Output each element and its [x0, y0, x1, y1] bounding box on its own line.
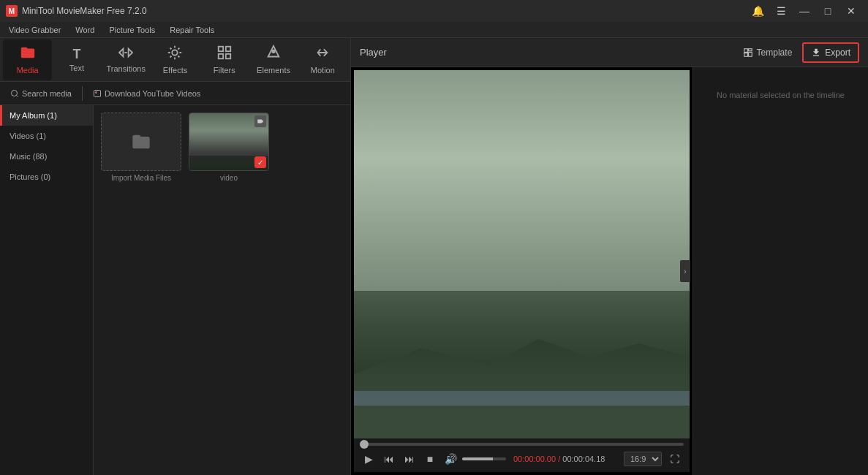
transitions-icon: [118, 46, 134, 63]
tab-transitions-label: Transitions: [107, 64, 146, 73]
close-button[interactable]: ✕: [840, 3, 862, 19]
tab-motion[interactable]: Motion: [298, 39, 347, 80]
player-area: ▶ ⏮ ⏭ ■ 🔊 00:00:00.00 / 00:00:04.18: [351, 67, 868, 475]
stop-button[interactable]: ■: [421, 450, 439, 468]
aspect-ratio-select[interactable]: 16:9 4:3 1:1: [624, 452, 662, 466]
svg-point-8: [12, 90, 18, 96]
sidebar-item-pictures[interactable]: Pictures (0): [0, 167, 93, 187]
filters-icon: [216, 45, 233, 64]
tab-media-label: Media: [17, 66, 39, 75]
svg-point-7: [272, 50, 275, 53]
progress-thumb[interactable]: [360, 440, 369, 449]
menu-item-word[interactable]: Word: [72, 24, 97, 36]
video-preview-area: [354, 70, 690, 438]
titlebar-left: M MiniTool MovieMaker Free 7.2.0: [6, 5, 147, 17]
tab-elements[interactable]: Elements: [249, 39, 298, 80]
import-media-item[interactable]: Import Media Files: [101, 113, 181, 182]
menu-item-picturetools[interactable]: Picture Tools: [106, 24, 158, 36]
app-icon: M: [6, 5, 18, 17]
import-media-label: Import Media Files: [111, 174, 171, 182]
fullscreen-button[interactable]: [666, 450, 684, 468]
import-media-thumb[interactable]: [101, 113, 181, 171]
search-media-label: Search media: [22, 89, 72, 98]
hamburger-icon[interactable]: ☰: [770, 3, 792, 19]
total-time: 00:00:04.18: [562, 455, 605, 463]
template-icon: [743, 48, 753, 58]
export-label: Export: [825, 48, 850, 58]
play-button[interactable]: ▶: [360, 450, 377, 468]
svg-rect-13: [748, 52, 752, 56]
elements-icon: [265, 45, 282, 64]
tab-filters[interactable]: Filters: [200, 39, 249, 80]
left-sidebar: My Album (1) Videos (1) Music (88) Pictu…: [0, 105, 94, 475]
text-icon: T: [72, 47, 80, 62]
video-type-badge: [254, 115, 266, 127]
menu-item-videograbber[interactable]: Video Grabber: [6, 24, 64, 36]
collapse-panel-button[interactable]: ›: [680, 260, 690, 282]
tabs-row: Media T Text Transitions Effects: [0, 38, 350, 82]
tab-effects[interactable]: Effects: [151, 39, 200, 80]
titlebar-title: MiniTool MovieMaker Free 7.2.0: [22, 6, 147, 16]
folder-icon: [131, 132, 151, 152]
minimize-button[interactable]: —: [793, 3, 815, 19]
bell-icon[interactable]: 🔔: [747, 3, 769, 19]
prev-frame-button[interactable]: ⏮: [380, 450, 398, 468]
video-thumb[interactable]: ✓: [189, 113, 269, 171]
tab-transitions[interactable]: Transitions: [102, 39, 151, 80]
toolbar-panel: Media T Text Transitions Effects: [0, 38, 351, 475]
titlebar-controls: 🔔 ☰ — □ ✕: [747, 3, 862, 19]
fullscreen-icon: [670, 454, 680, 464]
media-subheader: Search media Download YouTube Videos: [0, 82, 350, 105]
motion-icon: [314, 45, 331, 64]
svg-rect-14: [744, 53, 747, 56]
tab-text[interactable]: T Text: [52, 39, 101, 80]
current-time: 00:00:00.00: [513, 455, 556, 463]
effects-icon: [167, 45, 183, 64]
volume-button[interactable]: 🔊: [442, 450, 459, 468]
svg-rect-11: [744, 48, 747, 52]
progress-bar[interactable]: [360, 443, 684, 446]
tab-effects-label: Effects: [163, 66, 187, 75]
tab-media[interactable]: Media: [3, 39, 52, 80]
sidebar-item-videos[interactable]: Videos (1): [0, 126, 93, 146]
download-icon: [93, 89, 102, 98]
sidebar-item-music[interactable]: Music (88): [0, 146, 93, 167]
right-panel: Player Template Export: [351, 38, 868, 475]
media-grid: Import Media Files ✓ video: [94, 105, 350, 475]
tab-elements-label: Elements: [257, 66, 290, 75]
player-header: Player Template Export: [351, 38, 868, 67]
search-icon: [10, 89, 19, 98]
search-media-button[interactable]: Search media: [6, 87, 76, 100]
controls-row: ▶ ⏮ ⏭ ■ 🔊 00:00:00.00 / 00:00:04.18: [360, 450, 684, 468]
svg-rect-4: [219, 54, 223, 58]
volume-slider[interactable]: [462, 457, 506, 460]
video-controls: ▶ ⏮ ⏭ ■ 🔊 00:00:00.00 / 00:00:04.18: [354, 438, 690, 472]
download-youtube-label: Download YouTube Videos: [105, 89, 201, 98]
player-title: Player: [360, 47, 387, 58]
tab-motion-label: Motion: [311, 66, 335, 75]
export-button[interactable]: Export: [802, 42, 859, 63]
properties-panel: No material selected on the timeline: [692, 67, 868, 475]
maximize-button[interactable]: □: [817, 3, 839, 19]
svg-rect-3: [226, 47, 230, 51]
time-display: 00:00:00.00 / 00:00:04.18: [513, 455, 605, 463]
selected-badge: ✓: [254, 156, 266, 168]
titlebar: M MiniTool MovieMaker Free 7.2.0 🔔 ☰ — □…: [0, 0, 868, 22]
video-camera-icon: [257, 118, 264, 125]
sidebar-item-my-album[interactable]: My Album (1): [0, 105, 93, 126]
tab-text-label: Text: [69, 64, 84, 72]
export-icon: [811, 48, 821, 58]
menu-item-repairtools[interactable]: Repair Tools: [167, 24, 217, 36]
media-content: My Album (1) Videos (1) Music (88) Pictu…: [0, 105, 350, 475]
menubar: Video Grabber Word Picture Tools Repair …: [0, 22, 868, 38]
controls-right: 16:9 4:3 1:1: [624, 450, 684, 468]
template-button[interactable]: Template: [736, 44, 800, 61]
svg-rect-2: [219, 47, 223, 51]
video-media-item[interactable]: ✓ video: [189, 113, 269, 182]
main-layout: Media T Text Transitions Effects: [0, 38, 868, 475]
next-frame-button[interactable]: ⏭: [401, 450, 418, 468]
svg-point-10: [95, 91, 97, 93]
template-label: Template: [757, 48, 793, 58]
video-media-label: video: [220, 174, 238, 182]
download-youtube-button[interactable]: Download YouTube Videos: [88, 87, 205, 100]
